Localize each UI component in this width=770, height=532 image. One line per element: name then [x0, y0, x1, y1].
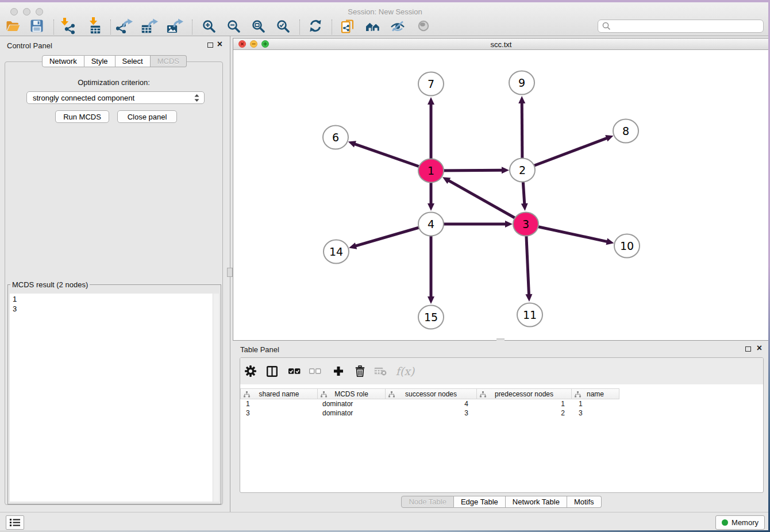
delete-columns-button[interactable] — [351, 363, 368, 380]
tab-network[interactable]: Network — [42, 55, 84, 67]
table-cell: 3 — [240, 408, 318, 418]
zoom-out-button[interactable] — [224, 16, 243, 36]
toolbar-separator — [110, 20, 111, 34]
edge-arrowhead-icon — [521, 203, 528, 211]
edge-arrowhead-icon — [348, 141, 356, 147]
mcds-result-title: MCDS result (2 nodes) — [10, 280, 90, 289]
first-neighbors-button[interactable] — [363, 16, 383, 36]
float-panel-icon[interactable] — [207, 43, 213, 48]
close-panel-icon[interactable]: × — [757, 342, 762, 354]
search-field[interactable] — [598, 20, 764, 33]
zoom-in-button[interactable] — [199, 16, 218, 36]
mcds-result-group: MCDS result (2 nodes) 1 3 — [7, 280, 221, 504]
edge-arrowhead-icon — [428, 203, 434, 211]
save-session-button[interactable] — [27, 16, 47, 36]
column-header-predecessor-nodes[interactable]: predecessor nodes — [477, 388, 572, 399]
export-table-button[interactable] — [140, 16, 160, 36]
table-cell: 3 — [386, 408, 477, 418]
column-header-successor-nodes[interactable]: successor nodes — [386, 388, 477, 399]
tab-motifs[interactable]: Motifs — [567, 496, 602, 508]
table-cell: 4 — [386, 399, 477, 408]
deselect-all-button[interactable] — [306, 363, 324, 380]
network-window-titlebar: scc.txt — [233, 38, 769, 50]
import-network-button[interactable] — [58, 16, 78, 36]
toolbar-separator — [192, 20, 192, 34]
import-table-icon — [89, 17, 102, 34]
open-folder-icon — [6, 20, 20, 32]
export-image-button[interactable] — [165, 16, 185, 36]
table-cell: 1 — [572, 399, 619, 408]
tab-network-table[interactable]: Network Table — [506, 496, 567, 508]
delete-table-button[interactable] — [372, 363, 389, 380]
graph-edge-3-1[interactable] — [448, 180, 526, 224]
graph-node-label: 3 — [522, 218, 529, 230]
edge-arrowhead-icon — [525, 294, 532, 302]
toolbar-separator — [299, 20, 300, 34]
show-all-button[interactable] — [414, 16, 433, 36]
close-panel-button[interactable]: Close panel — [117, 110, 177, 123]
table-mode-button[interactable] — [242, 363, 259, 380]
tab-select[interactable]: Select — [116, 55, 151, 67]
export-network-button[interactable] — [115, 16, 134, 36]
result-scrollbar[interactable] — [213, 294, 219, 502]
tab-style[interactable]: Style — [84, 55, 116, 67]
zoom-fit-button[interactable] — [248, 16, 268, 36]
zoom-selected-button[interactable] — [273, 16, 292, 36]
eye-slash-icon — [390, 21, 405, 32]
horizontal-splitter-grip[interactable] — [496, 338, 505, 341]
table-cell: 1 — [477, 399, 572, 408]
memory-button[interactable]: Memory — [715, 515, 765, 530]
memory-label: Memory — [732, 518, 759, 527]
column-type-icon — [480, 391, 486, 398]
trash-icon — [355, 365, 365, 377]
network-view-title: scc.txt — [233, 40, 769, 49]
delete-table-icon — [374, 367, 387, 376]
graph-node-label: 7 — [428, 78, 434, 90]
column-type-icon — [388, 391, 395, 398]
window-title: Session: New Session — [0, 7, 770, 16]
eye-disabled-icon — [418, 20, 429, 32]
column-header-shared-name[interactable]: shared name — [240, 388, 318, 399]
mcds-result-box: 1 3 — [10, 294, 219, 502]
tab-node-table[interactable]: Node Table — [401, 496, 454, 508]
criterion-value: strongly connected component — [33, 94, 194, 102]
network-canvas[interactable]: 1234678910111415 — [233, 50, 769, 340]
table-cell: dominator — [318, 399, 386, 408]
import-table-button[interactable] — [86, 16, 105, 36]
criterion-select[interactable]: strongly connected component — [26, 91, 205, 104]
add-column-button[interactable] — [330, 363, 347, 380]
graph-node-label: 4 — [428, 218, 434, 230]
clone-network-button[interactable] — [338, 16, 357, 36]
function-builder-button[interactable]: f(x) — [394, 363, 416, 380]
graph-edge-2-8[interactable] — [522, 138, 607, 170]
search-input[interactable] — [614, 21, 763, 32]
run-mcds-button[interactable]: Run MCDS — [55, 110, 109, 123]
table-row[interactable]: 3dominator323 — [240, 408, 763, 418]
mcds-panel: Optimization criterion: strongly connect… — [5, 61, 223, 505]
table-row[interactable]: 1dominator411 — [240, 399, 763, 408]
control-panel: Control Panel × NetworkStyleSelectMCDS O… — [0, 36, 229, 512]
show-columns-button[interactable] — [263, 363, 280, 380]
list-icon — [10, 518, 21, 527]
checked-boxes-icon — [288, 368, 301, 374]
close-panel-icon[interactable]: × — [217, 38, 222, 50]
table-cell: 2 — [477, 408, 572, 418]
gear-icon — [245, 365, 256, 377]
open-session-button[interactable] — [3, 16, 22, 36]
search-icon — [602, 22, 611, 30]
table-panel: Table Panel × — [233, 342, 770, 512]
task-history-button[interactable] — [6, 515, 24, 530]
mcds-result-text[interactable]: 1 3 — [10, 294, 212, 502]
status-bar: Memory — [0, 512, 770, 531]
refresh-icon — [309, 20, 322, 32]
refresh-layout-button[interactable] — [306, 16, 325, 36]
hide-selected-button[interactable] — [388, 16, 407, 36]
tab-mcds[interactable]: MCDS — [151, 55, 187, 67]
column-type-icon — [575, 391, 581, 398]
column-header-MCDS-role[interactable]: MCDS role — [318, 388, 386, 399]
column-header-name[interactable]: name — [572, 388, 619, 399]
table-panel-tabs: Node TableEdge TableNetwork TableMotifs — [233, 496, 770, 508]
select-all-button[interactable] — [286, 363, 303, 380]
float-panel-icon[interactable] — [745, 346, 751, 352]
tab-edge-table[interactable]: Edge Table — [454, 496, 506, 508]
